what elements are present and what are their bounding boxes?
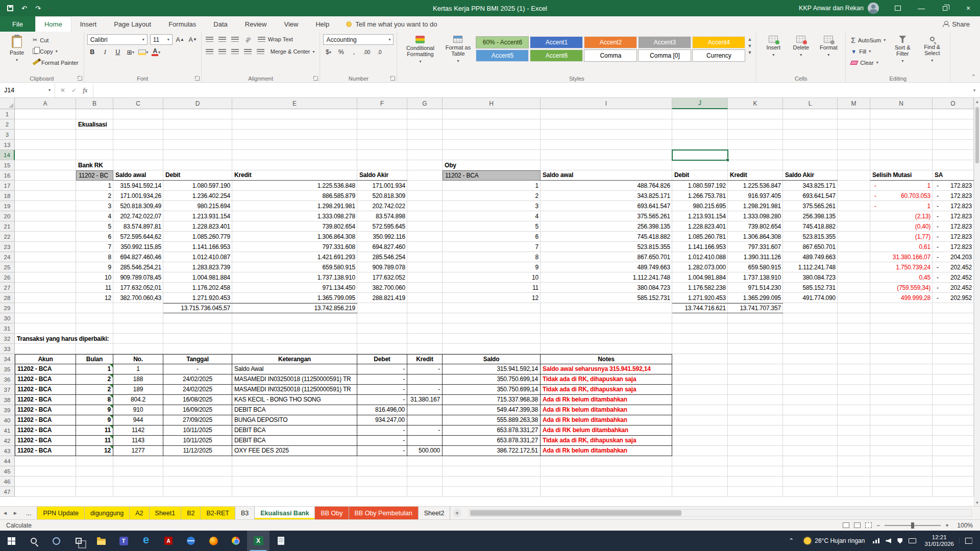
fix-cell[interactable]: 11202 - BCA [15, 436, 76, 446]
oby-cell[interactable]: 797.331.607 [728, 242, 783, 252]
row-header-25[interactable]: 25 [0, 262, 15, 272]
align-right-icon[interactable] [230, 46, 240, 57]
selisih-cell[interactable]: (0,40) [870, 221, 933, 232]
fix-cell[interactable]: 12 [76, 446, 113, 456]
ribbon-tab-help[interactable]: Help [307, 16, 338, 32]
chrome-taskbar-icon[interactable] [225, 531, 247, 551]
selisih-cell[interactable]: (759.559,34) [870, 283, 933, 293]
fix-cell[interactable]: 11/12/2025 [163, 446, 232, 456]
globe-taskbar-icon[interactable] [180, 531, 202, 551]
row-header-36[interactable]: 36 [0, 374, 15, 385]
fix-cell[interactable]: - [357, 395, 407, 405]
sheet-tab-bb-oby-pembetulan[interactable]: BB Oby Pembetulan [349, 507, 419, 519]
collapse-ribbon-icon[interactable]: ⌃ [971, 73, 976, 80]
currency-format-icon[interactable]: $▾ [323, 47, 333, 57]
oby-cell[interactable]: 1.266.753.781 [672, 191, 728, 201]
oby-month[interactable]: 10 [443, 272, 541, 283]
italic-button[interactable]: I [100, 47, 110, 57]
fix-cell[interactable]: 944 [113, 415, 163, 425]
fill-button[interactable]: ▼Fill▾ [849, 46, 888, 56]
bank-rk-cell[interactable]: 350.992.116 [357, 232, 407, 242]
row-header-37[interactable]: 37 [0, 385, 15, 395]
fix-cell[interactable]: Ada di Rk belum ditambahkan [541, 395, 672, 405]
fix-cell[interactable]: MASAMEDI IN03250018 (11250000591) TR [232, 374, 357, 385]
oby-cell[interactable]: 659.580.915 [728, 262, 783, 272]
selisih-cell[interactable]: 0,61 [870, 242, 933, 252]
fix-cell[interactable]: 715.337.968,38 [443, 395, 541, 405]
sheet-tab--[interactable]: ... [20, 507, 37, 519]
zoom-out-icon[interactable]: − [876, 522, 880, 529]
fix-cell[interactable]: 1277 [113, 446, 163, 456]
fix-header[interactable]: Bulan [76, 354, 113, 364]
oby-cell[interactable]: 1.228.823.401 [672, 221, 728, 232]
fix-cell[interactable]: Ada di Rk belum ditambahkan [541, 446, 672, 456]
oby-cell[interactable]: 1.333.098.280 [728, 211, 783, 221]
bank-rk-month[interactable]: 1 [76, 181, 113, 191]
insert-function-icon[interactable]: fx [83, 86, 87, 94]
oby-cell[interactable]: 980.215.695 [672, 201, 728, 211]
bank-rk-cell[interactable]: 1.004.981.884 [163, 272, 232, 283]
oby-cell[interactable]: 585.152.731 [783, 283, 838, 293]
fix-cell[interactable]: 549.447.399,38 [443, 405, 541, 415]
oby-month[interactable]: 9 [443, 262, 541, 272]
fix-cell[interactable]: 10/11/2025 [163, 425, 232, 436]
scroll-up-icon[interactable]: ▲ [974, 98, 980, 105]
bank-rk-cell[interactable]: 1.737.138.910 [232, 272, 357, 283]
oby-cell[interactable]: 1.365.299.095 [728, 293, 783, 303]
column-header-C[interactable]: C [113, 98, 163, 109]
account-user[interactable]: KKP Anwar dan Rekan [792, 0, 886, 16]
edge-taskbar-icon[interactable] [135, 531, 157, 551]
fix-cell[interactable]: 9 [76, 405, 113, 415]
oby-cell[interactable]: 375.565.261 [541, 211, 672, 221]
decrease-font-icon[interactable]: A▼ [188, 35, 198, 45]
oby-month[interactable]: 7 [443, 242, 541, 252]
cell-style-currency[interactable]: Currency [692, 49, 745, 62]
oby-cell[interactable]: 1.737.138.910 [728, 272, 783, 283]
clear-button[interactable]: Clear▾ [849, 58, 888, 67]
column-header-E[interactable]: E [232, 98, 357, 109]
row-header-21[interactable]: 21 [0, 221, 15, 232]
oby-cell[interactable]: 867.650.701 [783, 242, 838, 252]
sa-cell[interactable]: -172.823 [933, 221, 974, 232]
oby-cell[interactable]: 523.815.355 [541, 242, 672, 252]
selisih-cell[interactable]: 0,45 [870, 272, 933, 283]
column-header-O[interactable]: O [933, 98, 974, 109]
name-box-dropdown-icon[interactable]: ▾ [48, 88, 51, 92]
fix-cell[interactable]: DEBIT BCA [232, 436, 357, 446]
bank-rk-cell[interactable]: 1.080.597.190 [163, 181, 232, 191]
clipboard-dialog-launcher[interactable] [78, 76, 82, 81]
sa-cell[interactable]: -202.452 [933, 272, 974, 283]
row-header-3[interactable]: 3 [0, 130, 15, 140]
oby-cell[interactable]: 491.774.090 [783, 293, 838, 303]
insert-cells-button[interactable]: Insert▾ [760, 33, 787, 73]
clock[interactable]: 12:21 31/01/2026 [919, 534, 959, 548]
sa-cell[interactable]: -202.452 [933, 283, 974, 293]
folder-taskbar-icon[interactable] [90, 531, 112, 551]
fix-cell[interactable]: KAS KECIL - BONG THO SONG [232, 395, 357, 405]
ekualisasi-label[interactable]: Ekualisasi [76, 119, 113, 130]
oby-cell[interactable]: 380.084.723 [541, 283, 672, 293]
zoom-slider[interactable] [885, 525, 941, 526]
bank-rk-month[interactable]: 6 [76, 232, 113, 242]
page-break-view-icon[interactable] [865, 522, 872, 528]
fix-cell[interactable]: - [357, 374, 407, 385]
fix-cell[interactable]: - [357, 446, 407, 456]
fix-cell[interactable] [407, 436, 443, 446]
bank-rk-cell[interactable]: 83.574.897,81 [113, 221, 163, 232]
oby-month[interactable]: 12 [443, 293, 541, 303]
row-header-43[interactable]: 43 [0, 446, 15, 456]
vertical-scroll-thumb[interactable] [975, 107, 979, 163]
row-header-31[interactable]: 31 [0, 323, 15, 334]
bank-rk-cell[interactable]: 285.546.254,21 [113, 262, 163, 272]
row-header-17[interactable]: 17 [0, 181, 15, 191]
decrease-decimal-icon[interactable]: .0 [374, 47, 384, 57]
oby-cell[interactable]: 1.390.311.126 [728, 252, 783, 262]
fix-header[interactable]: Saldo [443, 354, 541, 364]
new-sheet-button[interactable]: + [450, 507, 463, 519]
select-all-corner[interactable] [0, 98, 15, 109]
bank-rk-cell[interactable]: 83.574.898 [357, 211, 407, 221]
ribbon-display-options-button[interactable] [886, 0, 910, 16]
fix-cell[interactable]: 16/09/2025 [163, 405, 232, 415]
bank-rk-header[interactable]: Saldo Akir [357, 170, 407, 181]
sheet-tab-a2[interactable]: A2 [130, 507, 149, 519]
